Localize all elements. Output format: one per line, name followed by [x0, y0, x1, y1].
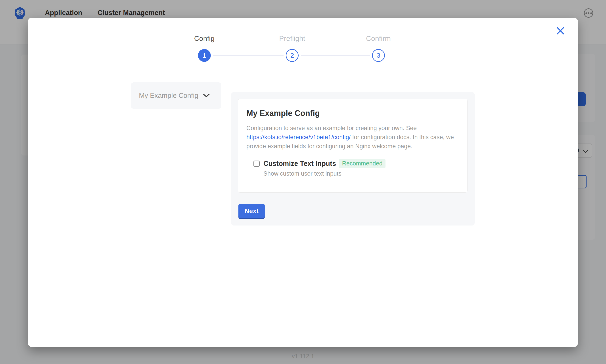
customize-text-inputs-label[interactable]: Customize Text Inputs	[263, 160, 336, 168]
recommended-badge: Recommended	[339, 159, 385, 168]
customize-text-inputs-help: Show custom user text inputs	[263, 170, 459, 177]
kots-admin-console: ☸ Application Cluster Management 0 y v1.…	[0, 0, 606, 364]
step-connector-1-2	[213, 55, 284, 56]
step-label-confirm: Confirm	[352, 34, 405, 43]
step-circle-3: 3	[372, 49, 385, 62]
config-panel: My Example Config Configuration to serve…	[231, 92, 475, 225]
config-group-label: My Example Config	[139, 92, 198, 100]
config-card-description: Configuration to serve as an example for…	[246, 124, 459, 151]
config-group-accordion[interactable]: My Example Config	[131, 82, 221, 109]
step-circle-2: 2	[286, 49, 299, 62]
chevron-down-icon	[203, 93, 210, 98]
close-icon[interactable]	[556, 26, 565, 35]
step-circle-1: 1	[198, 49, 211, 62]
description-before-link: Configuration to serve as an example for…	[246, 125, 417, 131]
config-group-card: My Example Config Configuration to serve…	[238, 99, 468, 193]
next-button[interactable]: Next	[238, 204, 265, 218]
step-connector-2-3	[301, 55, 370, 56]
customize-text-inputs-row: Customize Text Inputs Recommended	[253, 159, 459, 168]
step-label-preflight: Preflight	[266, 34, 319, 43]
config-wizard-modal: Config Preflight Confirm 1 2 3 My Exampl…	[28, 18, 578, 347]
customize-text-inputs-checkbox[interactable]	[253, 161, 260, 167]
config-docs-link[interactable]: https://kots.io/reference/v1beta1/config…	[246, 134, 351, 141]
config-card-title: My Example Config	[246, 109, 459, 118]
step-label-config: Config	[178, 34, 231, 43]
